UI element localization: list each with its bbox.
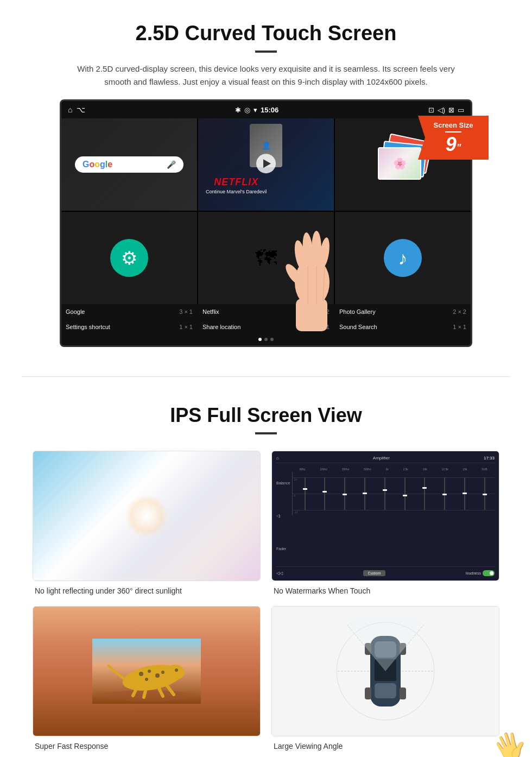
app-labels-row-2: Settings shortcut 1 × 1 Share location 1…	[61, 319, 471, 335]
bluetooth-icon: ✱	[235, 106, 241, 114]
section1-desc: With 2.5D curved-display screen, this de…	[76, 62, 456, 89]
feature-image-cheetah	[33, 606, 261, 736]
screen-icon: ▭	[458, 106, 464, 114]
amp-vol-icon: ◁)	[276, 514, 290, 518]
app-cell-google[interactable]: Google 🎤	[61, 118, 197, 211]
status-time: 15:06	[261, 106, 278, 114]
google-logo: Google	[83, 160, 112, 169]
slider-thumb-6	[403, 495, 407, 496]
amp-title: Amplifier	[373, 456, 390, 460]
freq-100hz: 100hz	[320, 468, 327, 471]
badge-label: Screen Size	[426, 121, 481, 129]
amp-eq-area: 60hz 100hz 200hz 500hz 1k 2.5k 10k 12.5k…	[292, 468, 495, 564]
section2: IPS Full Screen View No light reflecting…	[0, 393, 532, 757]
slider-track-6	[404, 477, 406, 510]
google-label-cell: Google 3 × 1	[61, 307, 197, 316]
feature-label-response: Super Fast Response	[33, 742, 261, 750]
app-cell-share[interactable]: 🗺	[198, 212, 334, 304]
freq-12-5k: 12.5k	[441, 468, 448, 471]
google-app-name: Google	[66, 308, 85, 315]
netflix-label: NETFLIX Continue Marvel's Daredevil	[206, 176, 267, 194]
amp-prev-icon: ◁◁	[276, 571, 283, 576]
amp-bottom-bar: ◁◁ Custom loudness	[276, 566, 495, 576]
freq-10k: 10k	[423, 468, 427, 471]
svg-point-3	[312, 231, 321, 267]
wifi-icon: ▾	[254, 106, 257, 114]
amp-freq-labels: 60hz 100hz 200hz 500hz 1k 2.5k 10k 12.5k…	[292, 468, 495, 471]
toggle-knob	[490, 571, 493, 575]
gallery-card-3: 🌸	[378, 147, 421, 180]
svg-point-19	[175, 668, 178, 672]
slider-track-2	[324, 477, 325, 510]
slider-thumb-2	[322, 491, 327, 493]
slider-thumb-9	[463, 493, 467, 494]
sound-app-name: Sound Search	[339, 324, 377, 330]
amp-loudness-label: loudness	[466, 571, 481, 575]
hand-illustration	[280, 195, 345, 304]
badge-size: 9"	[446, 133, 461, 155]
settings-label-cell: Settings shortcut 1 × 1	[61, 323, 197, 331]
feature-image-sky	[33, 451, 261, 581]
cheetah-svg	[92, 639, 201, 704]
section2-divider	[255, 432, 277, 434]
amp-fader-label: Fader	[276, 547, 290, 551]
google-search-bar[interactable]: Google 🎤	[75, 156, 183, 173]
home-icon: ⌂	[68, 105, 72, 114]
amp-loudness-area: loudness	[466, 570, 495, 576]
volume-icon: ◁)	[438, 106, 445, 114]
badge-divider	[445, 131, 461, 133]
svg-point-18	[165, 665, 185, 680]
freq-1k: 1k	[385, 468, 388, 471]
svg-point-17	[161, 671, 164, 674]
cheetah-visual	[33, 607, 260, 736]
feature-item-response: Super Fast Response	[33, 606, 261, 750]
feature-image-car	[271, 606, 499, 736]
car-visual	[272, 607, 499, 736]
play-button[interactable]	[256, 154, 276, 173]
feature-item-viewing: Large Viewing Angle	[271, 606, 499, 750]
status-bar: ⌂ ⌥ ✱ ◎ ▾ 15:06 ⊡ ◁) ⊠ ▭	[61, 101, 471, 118]
amp-status-bar: ⌂ Amplifier 17:33	[276, 456, 495, 463]
feature-image-amplifier: ⌂ Amplifier 17:33 Balance ◁) Fader	[271, 451, 499, 581]
settings-app-name: Settings shortcut	[66, 324, 110, 330]
gallery-label-cell: Photo Gallery 2 × 2	[335, 307, 471, 316]
slider-thumb-7	[422, 487, 427, 489]
freq-60hz: 60hz	[300, 468, 306, 471]
status-right: ⊡ ◁) ⊠ ▭	[428, 106, 464, 114]
screen-mockup-wrapper: Screen Size 9" ⌂ ⌥ ✱ ◎ ▾ 15:06	[43, 99, 489, 347]
sky-visual	[33, 451, 260, 581]
svg-rect-35	[365, 687, 371, 699]
location-icon: ◎	[244, 106, 250, 114]
netflix-subtitle: Continue Marvel's Daredevil	[206, 189, 267, 194]
app-grid: Google 🎤 👤	[61, 118, 471, 304]
slider-track-4	[364, 477, 365, 510]
camera-icon: ⊡	[428, 106, 434, 114]
settings-app-size: 1 × 1	[179, 324, 193, 330]
share-app-name: Share location	[202, 324, 240, 330]
hand-svg	[280, 195, 345, 331]
page-wrapper: 2.5D Curved Touch Screen With 2.5D curve…	[0, 0, 532, 757]
slider-thumb-4	[363, 493, 367, 494]
freq-15k: 15k	[463, 468, 467, 471]
section-divider	[22, 376, 510, 377]
gallery-flower: 🌸	[379, 148, 420, 179]
slider-track-5	[384, 477, 385, 510]
app-cell-sound[interactable]: ♪	[335, 212, 471, 304]
dots-row	[61, 335, 471, 345]
slider-track-7	[424, 477, 425, 510]
screen-size-badge: Screen Size 9"	[418, 116, 489, 160]
status-center: ✱ ◎ ▾ 15:06	[235, 106, 278, 114]
freq-500hz: 500hz	[364, 468, 371, 471]
dot-2	[264, 338, 268, 341]
car-top-svg	[331, 617, 440, 726]
music-note-icon: ♪	[398, 248, 408, 269]
slider-thumb-10	[483, 494, 487, 495]
app-cell-settings[interactable]: ⚙	[61, 212, 197, 304]
sun-glow	[125, 494, 168, 538]
svg-rect-6	[296, 299, 327, 331]
usb-icon: ⌥	[77, 105, 85, 114]
title-divider	[255, 51, 277, 53]
slider-track-3	[344, 477, 345, 510]
slider-track-8	[444, 477, 445, 510]
svg-rect-32	[375, 683, 396, 698]
